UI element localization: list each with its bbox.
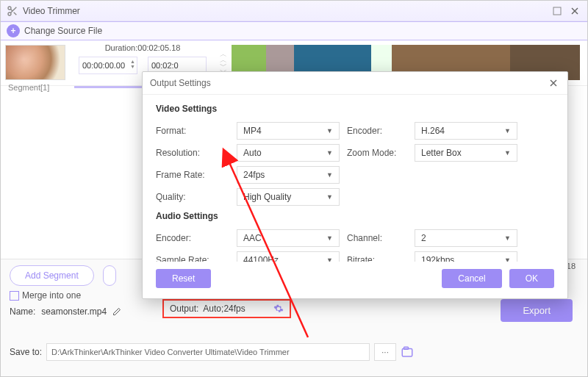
output-settings-link[interactable]: Output: Auto;24fps [162,299,291,318]
end-time-value: 00:02:0 [151,61,179,70]
channel-value: 2 [421,233,426,243]
samplerate-value: 44100Hz [243,255,279,262]
samplerate-label: Sample Rate: [156,255,229,262]
clip-thumbnail[interactable] [5,45,65,80]
toolbar: + Change Source File [1,21,587,40]
output-label: Output: [170,304,198,314]
svg-rect-5 [553,7,561,15]
caret-down-icon: ▼ [504,234,511,242]
window-title: Video Trimmer [23,6,546,16]
svg-line-3 [14,12,17,15]
quality-select[interactable]: High Quality▼ [237,188,340,206]
start-time-input[interactable]: 00:00:00.00 ▲▼ [79,57,137,74]
caret-down-icon: ▼ [504,256,511,262]
merge-checkbox[interactable]: Merge into one [10,290,81,301]
open-folder-icon[interactable] [401,345,414,359]
save-path-field[interactable]: D:\ArkThinker\ArkThinker Video Converter… [46,343,370,361]
export-button[interactable]: Export [501,299,573,322]
output-value: Auto;24fps [203,304,269,314]
channel-select[interactable]: 2▼ [415,229,517,247]
resolution-label: Resolution: [156,148,229,158]
video-encoder-value: H.264 [421,126,445,136]
minimize-button[interactable] [551,4,564,18]
title-bar: Video Trimmer [1,1,587,21]
quality-value: High Quality [243,192,291,202]
caret-down-icon: ▼ [326,149,333,157]
caret-down-icon: ▼ [326,234,333,242]
caret-down-icon: ▼ [326,127,333,134]
gear-icon[interactable] [273,304,284,314]
framerate-label: Frame Rate: [156,170,229,180]
save-path-value: D:\ArkThinker\ArkThinker Video Converter… [51,348,290,356]
zoom-select[interactable]: Letter Box▼ [415,144,517,162]
merge-label: Merge into one [22,290,81,301]
caret-down-icon: ▼ [504,127,511,134]
format-value: MP4 [243,126,262,136]
bitrate-label: Bitrate: [347,255,407,262]
app-window: Video Trimmer + Change Source File Durat… [0,0,588,377]
svg-point-1 [8,12,11,15]
svg-rect-8 [402,349,412,357]
audio-encoder-label: Encoder: [156,233,229,243]
modal-close-button[interactable] [547,76,560,90]
video-encoder-select[interactable]: H.264▼ [415,122,517,140]
svg-line-4 [10,9,12,11]
secondary-outline-button[interactable] [103,265,116,286]
spin-down-icon[interactable]: ▼ [130,64,135,69]
scissors-icon [7,5,18,17]
audio-encoder-select[interactable]: AAC▼ [237,229,340,247]
start-time-value: 00:00:00.00 [82,61,125,70]
browse-button[interactable]: ··· [374,343,396,361]
quality-label: Quality: [156,192,229,202]
format-select[interactable]: MP4▼ [237,122,340,140]
svg-point-0 [8,7,11,10]
add-segment-button[interactable]: Add Segment [10,265,94,286]
modal-title: Output Settings [150,78,542,88]
name-label: Name: [10,306,35,317]
framerate-value: 24fps [243,170,265,180]
channel-label: Channel: [347,233,407,243]
reset-button[interactable]: Reset [156,269,211,288]
resolution-select[interactable]: Auto▼ [237,144,340,162]
zoom-value: Letter Box [421,148,462,158]
caret-down-icon: ▼ [326,193,333,201]
framerate-select[interactable]: 24fps▼ [237,166,340,184]
bitrate-value: 192kbps [421,255,454,262]
modal-body: Video Settings Format: MP4▼ Encoder: H.2… [143,95,567,262]
modal-header: Output Settings [143,72,567,95]
cancel-button[interactable]: Cancel [442,269,501,288]
resolution-value: Auto [243,148,262,158]
caret-down-icon: ▼ [326,256,333,262]
video-encoder-label: Encoder: [347,126,407,136]
format-label: Format: [156,126,229,136]
audio-encoder-value: AAC [243,233,262,243]
close-button[interactable] [568,4,581,18]
add-source-icon[interactable]: + [7,24,20,37]
change-source-button[interactable]: Change Source File [24,26,102,36]
zoom-label: Zoom Mode: [347,148,407,158]
segment-label: Segment[1] [8,83,49,92]
name-value: seamonster.mp4 [41,306,107,317]
bitrate-select[interactable]: 192kbps▼ [415,251,517,262]
spin-up-icon[interactable]: ▲ [130,59,135,64]
samplerate-select[interactable]: 44100Hz▼ [237,251,340,262]
edit-name-icon[interactable] [112,307,121,316]
ok-button[interactable]: OK [509,269,554,288]
modal-footer: Reset Cancel OK [143,262,567,298]
caret-down-icon: ▼ [504,149,511,157]
save-to-label: Save to: [10,347,42,357]
caret-down-icon: ▼ [326,171,333,179]
video-settings-heading: Video Settings [156,104,554,114]
duration-label: Duration:00:02:05.18 [105,43,181,52]
output-settings-modal: Output Settings Video Settings Format: M… [142,71,568,299]
audio-settings-heading: Audio Settings [156,211,554,221]
